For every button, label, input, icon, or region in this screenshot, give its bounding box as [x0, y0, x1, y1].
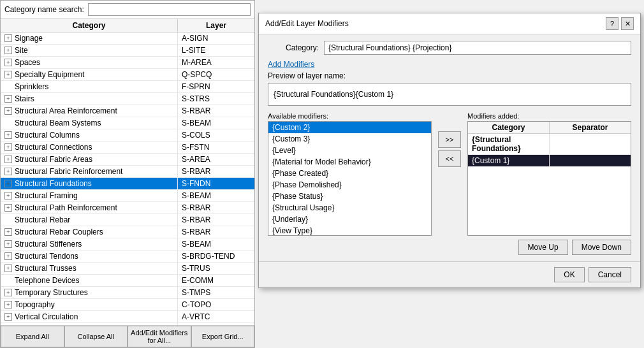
- dialog-controls: ? ✕: [606, 17, 634, 30]
- td-category: + Structural Stiffeners: [1, 238, 178, 250]
- list-item[interactable]: {Structural Usage}: [268, 202, 431, 214]
- expand-icon[interactable]: +: [4, 180, 12, 187]
- mod-td-category: {Custom 1}: [468, 155, 550, 166]
- table-row[interactable]: + Structural Tendons S-BRDG-TEND: [1, 250, 254, 263]
- mod-table-row[interactable]: {Custom 1}: [468, 155, 631, 167]
- category-name: Spaces: [15, 58, 40, 67]
- expand-icon[interactable]: +: [4, 95, 12, 103]
- expand-icon[interactable]: +: [4, 34, 12, 42]
- expand-icon[interactable]: +: [4, 156, 12, 163]
- collapse-all-button[interactable]: Collapse All: [64, 326, 128, 347]
- expand-icon[interactable]: +: [4, 204, 12, 212]
- table-row[interactable]: Telephone Devices E-COMM: [1, 275, 254, 287]
- category-name: Topography: [15, 300, 55, 309]
- expand-icon[interactable]: +: [4, 301, 12, 308]
- list-item[interactable]: {Material for Model Behavior}: [268, 156, 431, 168]
- cancel-button[interactable]: Cancel: [589, 267, 631, 282]
- list-item[interactable]: {Level}: [268, 145, 431, 156]
- close-button[interactable]: ✕: [621, 17, 634, 30]
- expand-icon[interactable]: +: [4, 107, 12, 115]
- table-row[interactable]: + Structural Fabric Reinforcement S-RBAR: [1, 166, 254, 178]
- add-modifier-button[interactable]: >>: [438, 131, 461, 148]
- expand-icon[interactable]: +: [4, 313, 12, 321]
- td-layer: A-VRTC: [178, 311, 254, 323]
- table-row[interactable]: + Specialty Equipment Q-SPCQ: [1, 69, 254, 81]
- td-layer: S-COLS: [178, 129, 254, 141]
- table-row[interactable]: + Temporary Structures S-TMPS: [1, 287, 254, 299]
- table-row[interactable]: + Structural Columns S-COLS: [1, 129, 254, 141]
- table-row[interactable]: + Vertical Circulation A-VRTC: [1, 311, 254, 323]
- category-name: Vertical Circulation: [15, 312, 78, 321]
- expand-icon[interactable]: +: [4, 59, 12, 66]
- td-category: + Structural Fabric Areas: [1, 154, 178, 165]
- table-row[interactable]: Structural Beam Systems S-BEAM: [1, 117, 254, 129]
- table-row[interactable]: Sprinklers F-SPRN: [1, 81, 254, 93]
- table-row[interactable]: + Stairs S-STRS: [1, 93, 254, 105]
- expand-icon[interactable]: +: [4, 71, 12, 78]
- list-item[interactable]: {Phase Status}: [268, 191, 431, 202]
- table-row[interactable]: + Structural Foundations S-FNDN: [1, 178, 254, 190]
- category-name: Signage: [15, 34, 43, 43]
- table-row[interactable]: + Structural Rebar Couplers S-RBAR: [1, 226, 254, 238]
- ok-button[interactable]: OK: [554, 267, 584, 282]
- add-edit-modifiers-all-button[interactable]: Add/Edit Modifiers for All...: [128, 326, 191, 347]
- table-row[interactable]: + Topography C-TOPO: [1, 299, 254, 311]
- list-item[interactable]: {Phase Demolished}: [268, 179, 431, 191]
- list-item[interactable]: {Custom 3}: [268, 133, 431, 145]
- move-down-button[interactable]: Move Down: [572, 240, 631, 255]
- list-item[interactable]: {Phase Created}: [268, 168, 431, 179]
- td-category: Telephone Devices: [1, 275, 178, 286]
- table-row[interactable]: + Site L-SITE: [1, 45, 254, 57]
- table-row[interactable]: + Structural Stiffeners S-BEAM: [1, 238, 254, 250]
- mod-td-separator: [550, 134, 631, 154]
- expand-icon[interactable]: +: [4, 265, 12, 272]
- list-item[interactable]: {Underlay}: [268, 214, 431, 225]
- export-grid-button[interactable]: Export Grid...: [191, 326, 255, 347]
- expand-icon[interactable]: +: [4, 192, 12, 199]
- expand-icon[interactable]: +: [4, 228, 12, 236]
- move-up-button[interactable]: Move Up: [518, 240, 568, 255]
- category-name: Structural Connections: [15, 143, 92, 152]
- table-header: Category Layer: [1, 19, 254, 33]
- table-row[interactable]: + Spaces M-AREA: [1, 57, 254, 69]
- td-layer: S-RBAR: [178, 214, 254, 226]
- expand-icon[interactable]: +: [4, 131, 12, 139]
- td-category: + Structural Connections: [1, 141, 178, 153]
- category-value: {Structural Foundations} {Projection}: [324, 41, 631, 55]
- expand-icon[interactable]: +: [4, 143, 12, 151]
- category-name: Sprinklers: [15, 82, 48, 91]
- remove-modifier-button[interactable]: <<: [438, 150, 461, 167]
- table-row[interactable]: + Structural Path Reinforcement S-RBAR: [1, 202, 254, 214]
- available-modifiers-list[interactable]: {Custom 2}{Custom 3}{Level}{Material for…: [268, 121, 432, 236]
- help-button[interactable]: ?: [606, 17, 618, 30]
- expand-icon[interactable]: +: [4, 252, 12, 260]
- td-category: + Temporary Structures: [1, 287, 178, 298]
- list-item[interactable]: {Custom 2}: [268, 122, 431, 133]
- td-category: Structural Beam Systems: [1, 117, 178, 129]
- expand-icon[interactable]: +: [4, 47, 12, 54]
- modifiers-added-table[interactable]: Category Separator {Structural Foundatio…: [467, 121, 631, 236]
- expand-icon[interactable]: +: [4, 168, 12, 175]
- table-row[interactable]: + Structural Framing S-BEAM: [1, 190, 254, 202]
- category-name: Structural Columns: [15, 131, 80, 140]
- td-layer: S-BRDG-TEND: [178, 250, 254, 262]
- search-input[interactable]: [88, 3, 251, 16]
- td-layer: S-TRUS: [178, 263, 254, 274]
- expand-all-button[interactable]: Expand All: [1, 326, 64, 347]
- table-row[interactable]: + Structural Fabric Areas S-AREA: [1, 154, 254, 166]
- td-category: + Structural Foundations: [1, 178, 178, 189]
- preview-label: Preview of layer name:: [268, 71, 631, 80]
- mod-table-row[interactable]: {Structural Foundations}: [468, 134, 631, 155]
- table-row[interactable]: + Structural Area Reinforcement S-RBAR: [1, 105, 254, 117]
- table-row[interactable]: + Structural Connections S-FSTN: [1, 141, 254, 154]
- table-row[interactable]: + Structural Trusses S-TRUS: [1, 263, 254, 275]
- td-category: + Structural Fabric Reinforcement: [1, 166, 178, 177]
- table-row[interactable]: + Signage A-SIGN: [1, 33, 254, 45]
- column-header-category: Category: [1, 19, 178, 32]
- expand-icon[interactable]: +: [4, 289, 12, 296]
- expand-icon[interactable]: +: [4, 240, 12, 248]
- td-category: + Structural Trusses: [1, 263, 178, 274]
- available-modifiers-col: Available modifiers: {Custom 2}{Custom 3…: [268, 112, 432, 236]
- list-item[interactable]: {View Type}: [268, 225, 431, 236]
- table-row[interactable]: Structural Rebar S-RBAR: [1, 214, 254, 226]
